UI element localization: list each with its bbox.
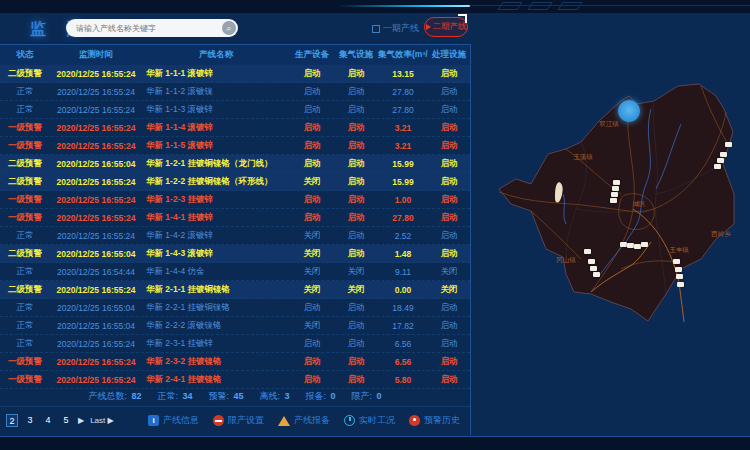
search-icon[interactable]: ⌕ xyxy=(222,21,236,35)
gas-cell: 关闭 xyxy=(334,284,378,296)
info-icon: i xyxy=(148,415,159,426)
table-row[interactable]: 一级预警2020/12/25 16:55:24华新 1-2-3 挂镀锌启动启动1… xyxy=(0,191,470,209)
facility-marker[interactable] xyxy=(620,242,627,247)
decor-parallelogram xyxy=(498,2,523,10)
facility-marker[interactable] xyxy=(627,243,634,248)
table-row[interactable]: 二级预警2020/12/25 16:55:24华新 1-1-1 滚镀锌启动启动1… xyxy=(0,65,470,83)
town-label: 玉溪镇 xyxy=(573,153,593,162)
device-cell: 关闭 xyxy=(290,284,334,296)
page-button[interactable]: 5 xyxy=(60,414,72,427)
facility-marker[interactable] xyxy=(610,198,617,203)
table-row[interactable]: 二级预警2020/12/25 16:55:24华新 2-1-1 挂镀铜镍铬关闭关… xyxy=(0,281,470,299)
column-header: 状态 xyxy=(0,49,50,61)
status-cell: 正常 xyxy=(0,104,50,116)
gas-cell: 启动 xyxy=(334,176,378,188)
table-row[interactable]: 一级预警2020/12/25 16:55:24华新 1-4-1 挂镀锌启动启动2… xyxy=(0,209,470,227)
alarm-history-icon xyxy=(409,415,420,426)
treat-cell: 启动 xyxy=(428,176,470,188)
facility-marker[interactable] xyxy=(676,274,683,279)
facility-marker[interactable] xyxy=(588,259,595,264)
treat-cell: 启动 xyxy=(428,158,470,170)
facility-marker[interactable] xyxy=(613,180,620,185)
town-label: 玉丰镇 xyxy=(669,246,689,255)
next-page-button[interactable]: ▶ xyxy=(78,416,84,425)
table-row[interactable]: 一级预警2020/12/25 16:55:24华新 2-4-1 挂镀镍铬启动启动… xyxy=(0,371,470,389)
table-row[interactable]: 正常2020/12/25 16:55:24华新 2-3-1 挂镀锌启动启动6.5… xyxy=(0,335,470,353)
table-row[interactable]: 正常2020/12/25 16:54:44华新 1-4-4 仿金关闭关闭9.11… xyxy=(0,263,470,281)
corner-bracket xyxy=(458,14,467,23)
phase1-label: 一期产线 xyxy=(383,22,419,35)
facility-marker[interactable] xyxy=(677,282,684,287)
restrict-settings-button[interactable]: 限产设置 xyxy=(213,414,264,427)
status-cell: 一级预警 xyxy=(0,374,50,386)
toolbar-button-label: 预警历史 xyxy=(424,414,460,427)
table-row[interactable]: 正常2020/12/25 16:55:04华新 2-2-1 挂镀铜镍铬启动启动1… xyxy=(0,299,470,317)
gas-cell: 启动 xyxy=(334,230,378,242)
top-decor-bar xyxy=(0,0,750,13)
table-row[interactable]: 二级预警2020/12/25 16:55:24华新 1-2-2 挂镀铜镍铬（环形… xyxy=(0,173,470,191)
line-info-button[interactable]: i产线信息 xyxy=(148,414,199,427)
rate-cell: 17.82 xyxy=(378,321,428,331)
device-cell: 启动 xyxy=(290,338,334,350)
header: 监 测 ⌕ 一期产线 二期产线 xyxy=(0,13,750,44)
treat-cell: 启动 xyxy=(428,104,470,116)
treat-cell: 启动 xyxy=(428,68,470,80)
facility-marker[interactable] xyxy=(634,244,641,249)
gas-cell: 启动 xyxy=(334,68,378,80)
time-cell: 2020/12/25 16:55:24 xyxy=(50,105,142,115)
device-cell: 启动 xyxy=(290,86,334,98)
toolbar-button-label: 产线信息 xyxy=(163,414,199,427)
treat-cell: 关闭 xyxy=(428,266,470,278)
phase1-checkbox[interactable]: 一期产线 xyxy=(372,22,419,35)
page-button[interactable]: 4 xyxy=(42,414,54,427)
flag-icon xyxy=(426,24,431,30)
treat-cell: 启动 xyxy=(428,356,470,368)
table-row[interactable]: 正常2020/12/25 16:55:24华新 1-1-2 滚镀镍启动启动27.… xyxy=(0,83,470,101)
facility-marker[interactable] xyxy=(593,272,600,277)
summary-bar: 产线总数: 82正常: 34预警: 45离线: 3报备: 0限产: 0 xyxy=(0,388,470,405)
column-header: 集气设施 xyxy=(334,49,378,61)
table-row[interactable]: 正常2020/12/25 16:55:24华新 1-1-3 滚镀锌启动启动27.… xyxy=(0,101,470,119)
facility-marker[interactable] xyxy=(611,192,618,197)
last-page-button[interactable]: Last ▶ xyxy=(90,416,114,425)
table-row[interactable]: 一级预警2020/12/25 16:55:24华新 1-1-5 滚镀锌启动启动3… xyxy=(0,137,470,155)
facility-marker[interactable] xyxy=(612,186,619,191)
rate-cell: 27.80 xyxy=(378,105,428,115)
facility-marker[interactable] xyxy=(584,249,591,254)
name-cell: 华新 1-2-1 挂镀铜镍铬（龙门线） xyxy=(142,158,290,170)
facility-marker[interactable] xyxy=(641,242,648,247)
facility-marker[interactable] xyxy=(714,164,721,169)
page-button[interactable]: 2 xyxy=(6,414,18,427)
table-row[interactable]: 正常2020/12/25 16:55:04华新 2-2-2 滚镀镍铬关闭启动17… xyxy=(0,317,470,335)
summary-item: 产线总数: 82 xyxy=(88,390,141,403)
highlighted-site-marker[interactable] xyxy=(618,100,640,122)
table-row[interactable]: 二级预警2020/12/25 16:55:04华新 1-4-3 滚镀锌关闭启动1… xyxy=(0,245,470,263)
line-report-button[interactable]: 产线报备 xyxy=(278,414,330,427)
facility-marker[interactable] xyxy=(590,266,597,271)
table-row[interactable]: 二级预警2020/12/25 16:55:04华新 1-2-1 挂镀铜镍铬（龙门… xyxy=(0,155,470,173)
gas-cell: 启动 xyxy=(334,194,378,206)
facility-marker[interactable] xyxy=(717,158,724,163)
time-cell: 2020/12/25 16:55:24 xyxy=(50,69,142,79)
region-map[interactable]: 双江镇玉溪镇城区西岭乡玉丰镇冈山镇 xyxy=(471,54,750,354)
search-input[interactable] xyxy=(76,24,222,33)
treat-cell: 启动 xyxy=(428,302,470,314)
gas-cell: 启动 xyxy=(334,302,378,314)
name-cell: 华新 1-1-4 滚镀锌 xyxy=(142,122,290,134)
name-cell: 华新 1-2-3 挂镀锌 xyxy=(142,194,290,206)
table-row[interactable]: 一级预警2020/12/25 16:55:24华新 1-1-4 滚镀锌启动启动3… xyxy=(0,119,470,137)
facility-marker[interactable] xyxy=(673,259,680,264)
facility-marker[interactable] xyxy=(675,267,682,272)
facility-marker[interactable] xyxy=(725,142,732,147)
column-header: 产线名称 xyxy=(142,49,290,61)
facility-marker[interactable] xyxy=(720,152,727,157)
realtime-status-button[interactable]: 实时工况 xyxy=(344,414,395,427)
time-cell: 2020/12/25 16:55:24 xyxy=(50,285,142,295)
table-row[interactable]: 正常2020/12/25 16:55:24华新 1-4-2 滚镀锌关闭启动2.5… xyxy=(0,227,470,245)
alarm-history-button[interactable]: 预警历史 xyxy=(409,414,460,427)
gas-cell: 启动 xyxy=(334,104,378,116)
page-button[interactable]: 3 xyxy=(24,414,36,427)
time-cell: 2020/12/25 16:55:04 xyxy=(50,303,142,313)
treat-cell: 启动 xyxy=(428,320,470,332)
table-row[interactable]: 一级预警2020/12/25 16:55:24华新 2-3-2 挂镀镍铬启动启动… xyxy=(0,353,470,371)
